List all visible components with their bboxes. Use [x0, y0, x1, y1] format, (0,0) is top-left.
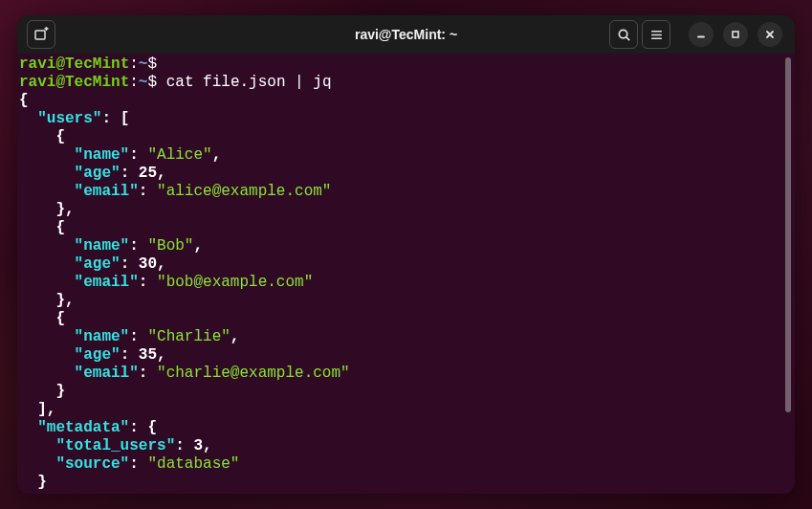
titlebar: ravi@TecMint: ~ [17, 15, 795, 54]
json-key-users: "users" [37, 110, 101, 127]
json-punct: { [19, 219, 65, 236]
json-punct: : [129, 328, 147, 345]
json-punct: : [129, 455, 147, 473]
json-value: "charlie@example.com" [157, 365, 350, 382]
json-key-metadata: "metadata" [37, 419, 129, 436]
json-value: "database" [147, 455, 239, 473]
scrollbar-track[interactable] [785, 57, 791, 475]
json-punct: : [121, 255, 139, 273]
json-key-age: "age" [75, 255, 121, 273]
json-punct: : [129, 237, 147, 254]
search-icon [617, 28, 631, 42]
json-key-email: "email" [75, 365, 139, 382]
prompt-user: ravi [19, 55, 55, 73]
json-key-total-users: "total_users" [55, 437, 175, 454]
prompt-host: TecMint [65, 74, 129, 91]
minimize-button[interactable] [689, 22, 713, 47]
terminal-window: ravi@TecMint: ~ [17, 15, 795, 494]
json-punct: : [121, 165, 139, 182]
prompt-path: ~ [139, 55, 148, 73]
close-button[interactable] [757, 22, 782, 47]
prompt-at: @ [55, 74, 65, 91]
json-punct: , [230, 328, 240, 345]
json-punct: }, [19, 201, 75, 218]
svg-rect-0 [35, 31, 45, 39]
json-key-email: "email" [75, 274, 139, 291]
json-punct: } [19, 383, 65, 400]
json-value: "Alice" [147, 146, 211, 164]
json-punct: , [157, 346, 166, 364]
json-key-email: "email" [75, 183, 139, 200]
json-punct: , [193, 237, 203, 254]
json-key-age: "age" [75, 346, 121, 364]
minimize-icon [695, 29, 707, 40]
prompt-at: @ [55, 55, 65, 73]
json-brace-open: { [19, 92, 29, 109]
json-value: "bob@example.com" [157, 274, 313, 291]
json-punct: } [19, 474, 47, 491]
titlebar-left-group [25, 20, 57, 49]
titlebar-right-group [607, 20, 787, 49]
new-tab-icon [33, 27, 49, 42]
json-punct: { [19, 128, 65, 145]
maximize-button[interactable] [723, 22, 748, 47]
svg-point-1 [619, 30, 626, 37]
json-punct: : [129, 146, 147, 164]
json-punct: , [212, 146, 222, 164]
prompt-path: ~ [139, 74, 148, 91]
prompt-dollar: $ [147, 55, 157, 73]
json-key-source: "source" [55, 455, 129, 473]
json-value: "alice@example.com" [157, 183, 331, 200]
json-value: 3 [193, 437, 203, 454]
json-punct: : [175, 437, 193, 454]
json-punct: , [203, 437, 212, 454]
search-button[interactable] [609, 20, 638, 49]
json-key-name: "name" [75, 328, 130, 345]
json-punct: , [157, 165, 166, 182]
maximize-icon [730, 29, 741, 40]
json-punct: : [ [101, 110, 129, 127]
json-punct: : [139, 183, 157, 200]
json-punct: : [139, 274, 157, 291]
json-punct: : [121, 346, 139, 364]
window-title: ravi@TecMint: ~ [355, 27, 457, 42]
json-value: "Charlie" [147, 328, 230, 345]
close-icon [764, 29, 776, 40]
svg-line-2 [625, 36, 628, 39]
hamburger-menu-icon [649, 28, 664, 42]
json-punct: { [19, 310, 65, 327]
json-value: 30 [139, 255, 157, 273]
terminal-output: ravi@TecMint:~$ ravi@TecMint:~$ cat file… [19, 55, 793, 492]
json-punct: }, [19, 292, 75, 309]
prompt-host: TecMint [65, 55, 129, 73]
command-cat-jq: cat file.json | jq [166, 74, 332, 91]
json-value: 25 [139, 165, 157, 182]
menu-button[interactable] [642, 20, 670, 49]
json-punct: ], [19, 401, 55, 418]
prompt-user: ravi [19, 74, 55, 91]
scrollbar-thumb[interactable] [785, 57, 791, 412]
json-punct: : [139, 365, 157, 382]
json-punct: , [157, 255, 166, 273]
json-key-age: "age" [75, 165, 121, 182]
prompt-colon: : [129, 55, 139, 73]
json-punct: : { [129, 419, 157, 436]
svg-rect-7 [733, 32, 738, 37]
json-value: "Bob" [147, 237, 193, 254]
terminal-content[interactable]: ravi@TecMint:~$ ravi@TecMint:~$ cat file… [17, 54, 795, 494]
new-tab-button[interactable] [27, 20, 55, 49]
json-key-name: "name" [75, 237, 130, 254]
json-value: 35 [139, 346, 157, 364]
prompt-colon: : [129, 74, 139, 91]
prompt-dollar: $ [147, 74, 157, 91]
json-key-name: "name" [75, 146, 130, 164]
